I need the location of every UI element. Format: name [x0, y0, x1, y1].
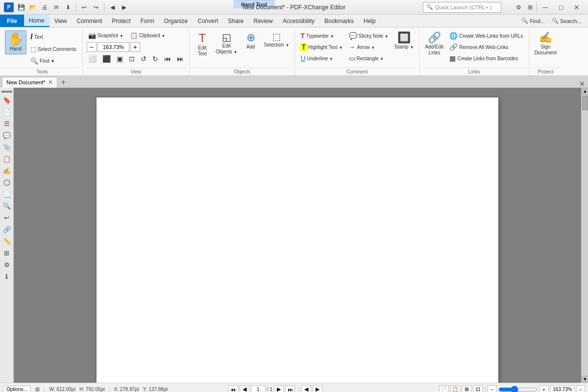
settings-icon-btn[interactable]: ⚙ [513, 2, 524, 13]
maximize-button[interactable]: □ [554, 1, 568, 13]
scroll-up-button[interactable]: ▲ [582, 88, 588, 95]
sign-document-button[interactable]: ✍ SignDocument [532, 30, 560, 58]
zoom-slider[interactable] [498, 386, 538, 392]
clipboard-button[interactable]: 📋 Clipboard ▼ [127, 30, 168, 41]
menu-review[interactable]: Review [248, 15, 277, 27]
last-page-button[interactable]: ⏭ [285, 385, 295, 392]
page-rotate-left[interactable]: ↺ [138, 53, 149, 64]
new-tab-button[interactable]: + [57, 77, 69, 88]
zoom-in-button[interactable]: + [130, 42, 140, 52]
snapshot-button[interactable]: 📷 Snapshot ▼ [86, 30, 126, 41]
sidebar-icon-tools-list[interactable]: ⚙ [1, 259, 12, 270]
status-zoom-in[interactable]: + [539, 385, 549, 392]
more-button[interactable]: ⬇ [63, 2, 74, 13]
sidebar-icon-undo[interactable]: ↩ [1, 212, 12, 223]
prev-page-button[interactable]: ◀ [240, 385, 249, 392]
forward-button[interactable]: ▶ [119, 2, 129, 13]
menu-organize[interactable]: Organize [159, 15, 193, 27]
menu-comment[interactable]: Comment [72, 15, 107, 27]
rectangle-button[interactable]: ▭ Rectangle ▼ [346, 53, 391, 64]
sidebar-icon-bookmark[interactable]: 🔖 [1, 95, 12, 105]
zoom-out-button[interactable]: − [87, 42, 97, 52]
nav-back-button[interactable]: ◀ [301, 385, 311, 392]
create-from-barcodes-button[interactable]: ▦ Create Links from Barcodes [447, 53, 525, 64]
sidebar-icon-properties[interactable]: 📋 [1, 153, 12, 164]
quick-launch-bar[interactable]: 🔍 Quick Launch (CTRL+.) [423, 2, 501, 13]
search-button[interactable]: 🔍 Search... [549, 16, 584, 25]
close-button[interactable]: ✕ [569, 1, 584, 13]
sidebar-icon-ruler[interactable]: 📏 [1, 236, 12, 246]
underline-button[interactable]: U Underline ▼ [298, 53, 345, 64]
undo-button[interactable]: ↩ [79, 2, 90, 13]
menu-convert[interactable]: Convert [193, 15, 223, 27]
layout-btn[interactable]: ⊞ [525, 2, 536, 13]
back-button[interactable]: ◀ [107, 2, 118, 13]
zoom-input[interactable] [98, 42, 129, 52]
sidebar-icon-grid[interactable]: ⊞ [1, 247, 12, 258]
find-button[interactable]: 🔍 Find... [519, 16, 547, 25]
status-zoom-out[interactable]: − [487, 385, 497, 392]
status-zoom-mode4[interactable]: ⊡ [473, 385, 483, 392]
status-zoom-mode1[interactable]: 📄 [439, 385, 449, 392]
page-rotate-right[interactable]: ↻ [150, 53, 161, 64]
sidebar-icon-pages[interactable]: 📄 [1, 106, 12, 117]
remove-web-links-button[interactable]: 🔗 Remove All Web-Links [447, 42, 525, 52]
add-edit-links-button[interactable]: 🔗 Add/EditLinks [422, 30, 446, 58]
sidebar-icon-info[interactable]: ℹ [1, 271, 12, 282]
edit-objects-button[interactable]: ◱ EditObjects ▼ [213, 30, 240, 57]
scroll-track[interactable] [582, 95, 588, 376]
page-number-input[interactable] [251, 385, 266, 392]
stamp-button[interactable]: 🔲 Stamp ▼ [392, 30, 416, 52]
next-page-button[interactable]: ▶ [274, 385, 284, 392]
scroll-thumb[interactable] [582, 96, 588, 110]
sidebar-icon-comments[interactable]: 💬 [1, 130, 12, 141]
close-all-tabs-button[interactable]: ✕ [576, 80, 588, 88]
sidebar-icon-shapes[interactable]: ⬡ [1, 177, 12, 188]
open-button[interactable]: 📂 [27, 2, 38, 13]
sidebar-icon-attachments[interactable]: 📎 [1, 142, 12, 152]
sidebar-icon-layers[interactable]: ☰ [1, 118, 12, 129]
scroll-down-button[interactable]: ▼ [582, 376, 588, 383]
page-layout-btn4[interactable]: ⊡ [126, 53, 137, 64]
email-button[interactable]: ✉ [51, 2, 62, 13]
selection-button[interactable]: ⬚ Selection ▼ [262, 30, 292, 50]
arrow-button[interactable]: → Arrow ▼ [346, 42, 391, 52]
status-zoom-fit[interactable]: ↔ [576, 385, 585, 392]
page-nav-first[interactable]: ⏮ [162, 53, 173, 64]
hand-tool-button[interactable]: ✋ Hand [5, 30, 26, 54]
menu-help[interactable]: Help [359, 15, 381, 27]
status-zoom-mode3[interactable]: ⊞ [462, 385, 471, 392]
page-layout-btn1[interactable]: ⬜ [86, 53, 99, 64]
sidebar-icon-links[interactable]: 🔗 [1, 224, 12, 235]
canvas-area[interactable] [14, 88, 581, 383]
menu-view[interactable]: View [49, 15, 72, 27]
edit-text-button[interactable]: T EditText [193, 30, 212, 59]
menu-protect[interactable]: Protect [107, 15, 136, 27]
right-scrollbar[interactable]: ▲ ▼ [581, 88, 588, 383]
menu-share[interactable]: Share [223, 15, 248, 27]
page-layout-btn2[interactable]: ⬛ [100, 53, 113, 64]
options-button[interactable]: Options... [3, 386, 31, 392]
create-web-links-button[interactable]: 🌐 Create Web-Links from URLs [447, 30, 525, 41]
sidebar-icon-search[interactable]: 🔍 [1, 200, 12, 211]
sticky-note-button[interactable]: 💬 Sticky Note ▼ [346, 30, 391, 41]
menu-file[interactable]: File [0, 15, 24, 27]
add-button[interactable]: ⊕ Add [241, 30, 261, 52]
menu-accessibility[interactable]: Accessibility [278, 15, 319, 27]
menu-home[interactable]: Home [24, 15, 49, 27]
status-zoom-mode2[interactable]: 📋 [450, 385, 460, 392]
nav-fwd-button[interactable]: ▶ [313, 385, 322, 392]
select-comments-button[interactable]: ⬚ Select Comments [27, 44, 79, 55]
redo-button[interactable]: ↪ [91, 2, 101, 13]
page-nav-last[interactable]: ⏭ [174, 53, 186, 64]
sidebar-icon-signatures[interactable]: ✍ [1, 165, 12, 176]
print-button[interactable]: 🖨 [39, 2, 50, 13]
highlight-text-button[interactable]: T Highlight Text ▼ [298, 42, 345, 52]
typewriter-button[interactable]: T Typewriter ▼ [298, 30, 345, 41]
menu-bookmarks[interactable]: Bookmarks [319, 15, 359, 27]
first-page-button[interactable]: ⏮ [228, 385, 238, 392]
find-toolbar-button[interactable]: 🔍 Find ▼ [27, 55, 79, 67]
menu-form[interactable]: Form [136, 15, 159, 27]
status-zoom-input[interactable] [550, 385, 575, 392]
doc-tab-close[interactable]: ✕ [48, 79, 53, 86]
